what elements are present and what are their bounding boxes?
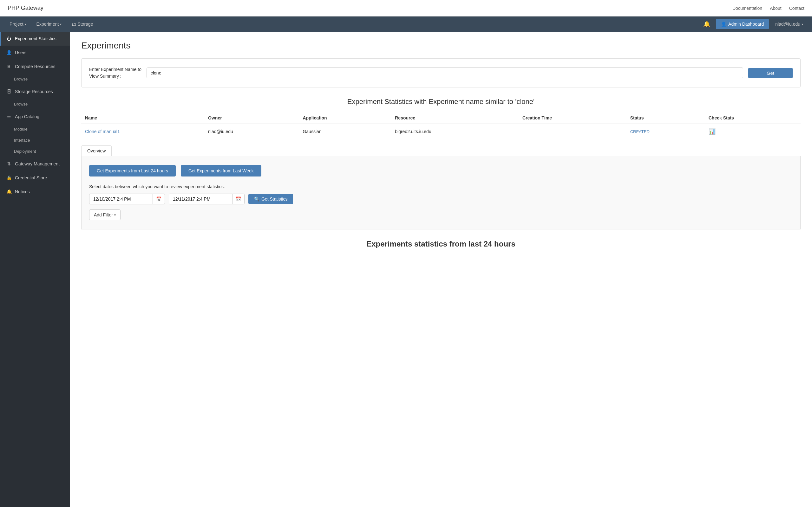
experiment-name-link[interactable]: Clone of manual1 [85, 129, 120, 134]
cell-name: Clone of manual1 [81, 124, 204, 139]
gateway-icon: ⇅ [6, 161, 12, 166]
add-filter-button[interactable]: Add Filter ▾ [89, 210, 120, 220]
sidebar-label-storage-resources: Storage Resources [15, 89, 53, 94]
add-filter-row: Add Filter ▾ [89, 210, 793, 220]
end-calendar-button[interactable]: 📅 [232, 194, 244, 204]
nav-experiment-label: Experiment [37, 21, 59, 26]
top-nav: PHP Gateway Documentation About Contact [0, 0, 812, 16]
main-nav: Project ▾ Experiment ▾ 🗂 Storage 🔔 👤 Adm… [0, 16, 812, 32]
user-icon: 👤 [721, 21, 726, 26]
col-check-stats: Check Stats [705, 112, 801, 124]
end-date-input[interactable] [169, 194, 232, 204]
get-statistics-label: Get Statistics [261, 196, 287, 202]
chevron-down-icon: ▾ [25, 22, 26, 26]
nav-experiment[interactable]: Experiment ▾ [32, 19, 66, 29]
chevron-down-icon: ▾ [802, 22, 803, 26]
chevron-down-icon: ▾ [114, 213, 116, 217]
col-status: Status [626, 112, 705, 124]
page-title: Experiments [81, 41, 801, 51]
main-nav-right: 🔔 👤 Admin Dashboard nlad@iu.edu ▾ [700, 19, 807, 30]
col-creation-time: Creation Time [519, 112, 626, 124]
main-nav-items: Project ▾ Experiment ▾ 🗂 Storage [5, 19, 700, 29]
bell-icon: 🔔 [6, 189, 12, 194]
sidebar-item-credential-store[interactable]: 🔒 Credential Store [0, 171, 70, 185]
bar-chart-icon[interactable]: 📊 [709, 128, 716, 135]
about-link[interactable]: About [770, 6, 781, 11]
sidebar-item-storage-browse[interactable]: Browse [0, 99, 70, 110]
last-24-hours-button[interactable]: Get Experiments from Last 24 hours [89, 165, 176, 176]
main-content: Experiments Enter Experiment Name toView… [70, 32, 812, 507]
database-icon: 🗄 [6, 89, 12, 94]
sidebar-item-users[interactable]: 👤 Users [0, 46, 70, 60]
stats-panel: Get Experiments from Last 24 hours Get E… [81, 156, 801, 229]
status-badge: CREATED [630, 129, 650, 134]
sidebar-item-experiment-statistics[interactable]: ⏻ Experiment Statistics [0, 32, 70, 46]
bottom-section-title: Experiments statistics from last 24 hour… [81, 239, 801, 248]
nav-project[interactable]: Project ▾ [5, 19, 31, 29]
user-dropdown[interactable]: nlad@iu.edu ▾ [771, 19, 807, 29]
sidebar-item-deployment[interactable]: Deployment [0, 146, 70, 157]
nav-storage[interactable]: 🗂 Storage [67, 19, 97, 29]
col-name: Name [81, 112, 204, 124]
layout: ⏻ Experiment Statistics 👤 Users 🖥 Comput… [0, 32, 812, 507]
cell-check-stats: 📊 [705, 124, 801, 139]
power-icon: ⏻ [6, 36, 12, 41]
cell-status: CREATED [626, 124, 705, 139]
start-calendar-button[interactable]: 📅 [153, 194, 165, 204]
contact-link[interactable]: Contact [789, 6, 804, 11]
sidebar-label-users: Users [15, 50, 27, 55]
start-date-wrapper: 📅 [89, 193, 165, 205]
get-statistics-button[interactable]: 🔍 Get Statistics [248, 194, 293, 204]
sidebar-item-interface[interactable]: Interface [0, 135, 70, 146]
sidebar-item-gateway-management[interactable]: ⇅ Gateway Management [0, 157, 70, 171]
top-nav-links: Documentation About Contact [732, 6, 804, 11]
cell-application: Gaussian [299, 124, 391, 139]
sidebar-item-notices[interactable]: 🔔 Notices [0, 185, 70, 199]
monitor-icon: 🖥 [6, 64, 12, 69]
search-panel: Enter Experiment Name toView Summary : G… [81, 58, 801, 88]
table-row: Clone of manual1 nlad@iu.edu Gaussian bi… [81, 124, 801, 139]
sidebar-label-experiment-statistics: Experiment Statistics [15, 36, 56, 41]
user-icon: 👤 [6, 50, 12, 55]
cell-owner: nlad@iu.edu [204, 124, 299, 139]
sidebar-label-deployment: Deployment [14, 149, 36, 154]
user-email: nlad@iu.edu [775, 21, 800, 26]
tabs-bar: Overview [81, 146, 801, 156]
sidebar-label-module: Module [14, 127, 28, 131]
last-week-button[interactable]: Get Experiments from Last Week [181, 165, 261, 176]
lock-icon: 🔒 [6, 175, 12, 180]
date-filter-row: 📅 📅 🔍 Get Statistics [89, 193, 793, 205]
notifications-bell-button[interactable]: 🔔 [700, 19, 713, 30]
search-input[interactable] [147, 67, 743, 78]
sidebar-item-compute-resources[interactable]: 🖥 Compute Resources [0, 60, 70, 73]
search-icon: 🔍 [254, 196, 259, 202]
date-filter-label: Select dates between which you want to r… [89, 184, 793, 189]
admin-dashboard-button[interactable]: 👤 Admin Dashboard [716, 19, 769, 29]
sidebar: ⏻ Experiment Statistics 👤 Users 🖥 Comput… [0, 32, 70, 507]
col-application: Application [299, 112, 391, 124]
sidebar-item-module[interactable]: Module [0, 124, 70, 135]
sidebar-item-compute-browse[interactable]: Browse [0, 73, 70, 84]
chevron-down-icon: ▾ [60, 22, 61, 26]
sidebar-label-compute-resources: Compute Resources [15, 64, 55, 69]
sidebar-label-app-catalog: App Catalog [15, 114, 39, 119]
nav-project-label: Project [9, 21, 23, 26]
brand: PHP Gateway [8, 5, 44, 11]
sidebar-item-app-catalog[interactable]: ☰ App Catalog [0, 110, 70, 124]
admin-dashboard-label: Admin Dashboard [728, 21, 764, 26]
col-owner: Owner [204, 112, 299, 124]
documentation-link[interactable]: Documentation [732, 6, 762, 11]
search-label: Enter Experiment Name toView Summary : [89, 66, 142, 79]
sidebar-item-storage-resources[interactable]: 🗄 Storage Resources [0, 84, 70, 99]
get-button[interactable]: Get [748, 68, 793, 78]
col-resource: Resource [391, 112, 519, 124]
sidebar-label-storage-browse: Browse [14, 102, 28, 107]
sidebar-label-credential-store: Credential Store [15, 175, 47, 180]
cell-resource: bigred2.uits.iu.edu [391, 124, 519, 139]
cell-creation-time [519, 124, 626, 139]
storage-folder-icon: 🗂 [72, 21, 76, 26]
tab-overview[interactable]: Overview [81, 146, 112, 156]
start-date-input[interactable] [90, 194, 153, 204]
sidebar-label-compute-browse: Browse [14, 77, 28, 81]
results-title: Experiment Statistics with Experiment na… [81, 98, 801, 106]
